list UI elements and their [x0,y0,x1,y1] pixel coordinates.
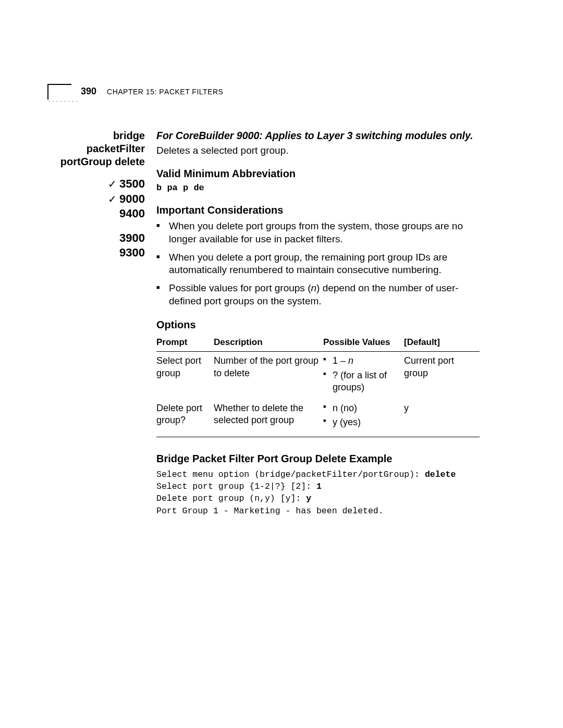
col-values: Possible Values [323,335,404,352]
model-9400: 9400 [52,206,145,221]
document-page: · · · · · · · · 390 CHAPTER 15: PACKET F… [0,0,563,517]
main-content: bridge packetFilter portGroup delete ✓35… [52,129,495,517]
cell-desc: Whether to delete the selected port grou… [214,399,323,437]
cell-prompt: Delete port group? [156,399,214,437]
consideration-item: When you delete port groups from the sys… [156,220,480,245]
cell-desc: Number of the port group to delete [214,352,323,399]
example-heading: Bridge Packet Filter Port Group Delete E… [156,452,480,465]
command-line-2: portGroup delete [52,155,145,168]
consideration-item: Possible values for port groups (n) depe… [156,282,480,307]
intro-text: Deletes a selected port group. [156,144,480,157]
options-heading: Options [156,318,480,331]
page-number: 390 [81,86,96,97]
model-9000: ✓9000 [52,192,145,207]
check-icon: ✓ [106,177,118,191]
model-support-list: ✓3500 ✓9000 9400 3900 9300 [52,177,145,261]
example-output: Select menu option (bridge/packetFilter/… [156,468,480,516]
col-description: Description [214,335,323,352]
cell-values: n (no) y (yes) [323,399,404,437]
abbrev-text: b pa p de [156,182,480,194]
consideration-item: When you delete a port group, the remain… [156,251,480,277]
considerations-list: When you delete port groups from the sys… [156,220,480,307]
model-3900: 3900 [52,231,145,246]
cell-default: Current port group [404,352,480,399]
page-header: · · · · · · · · 390 CHAPTER 15: PACKET F… [52,86,495,97]
left-margin-column: bridge packetFilter portGroup delete ✓35… [52,129,156,517]
applies-note: For CoreBuilder 9000: Applies to Layer 3… [156,129,480,142]
options-table: Prompt Description Possible Values [Defa… [156,335,480,437]
table-row: Select port group Number of the port gro… [156,352,480,399]
abbrev-heading: Valid Minimum Abbreviation [156,167,480,180]
cell-default: y [404,399,480,437]
table-header-row: Prompt Description Possible Values [Defa… [156,335,480,352]
considerations-heading: Important Considerations [156,203,480,217]
model-3500: ✓3500 [52,177,145,192]
content-column: For CoreBuilder 9000: Applies to Layer 3… [156,129,495,517]
col-default: [Default] [404,335,480,352]
cell-values: 1 – n ? (for a list of groups) [323,352,404,399]
col-prompt: Prompt [156,335,214,352]
cell-prompt: Select port group [156,352,214,399]
model-9300: 9300 [52,245,145,261]
chapter-label: CHAPTER 15: PACKET FILTERS [107,88,223,96]
command-line-1: bridge packetFilter [52,129,145,155]
table-row: Delete port group? Whether to delete the… [156,399,480,437]
command-name: bridge packetFilter portGroup delete [52,129,145,168]
check-icon: ✓ [106,192,118,206]
